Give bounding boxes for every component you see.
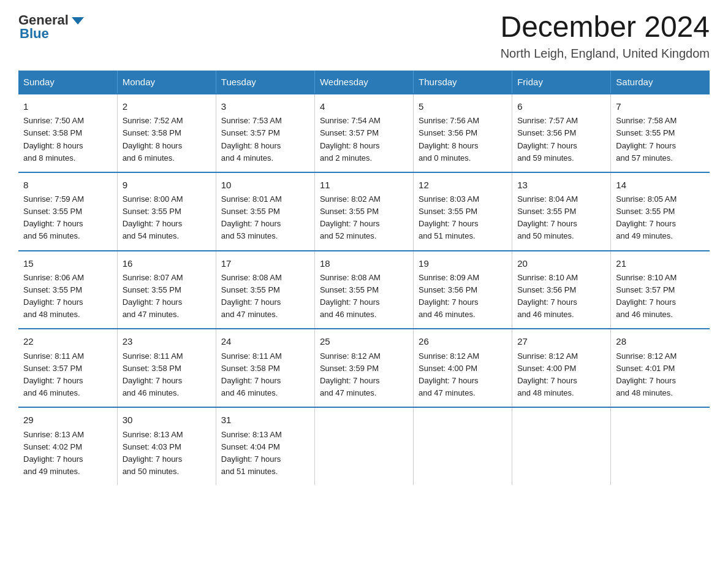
day-number: 24 — [221, 334, 309, 348]
cell-week5-day4 — [414, 407, 512, 485]
cell-week1-day0: 1Sunrise: 7:50 AMSunset: 3:58 PMDaylight… — [18, 94, 117, 172]
day-number: 27 — [517, 334, 605, 348]
cell-week2-day0: 8Sunrise: 7:59 AMSunset: 3:55 PMDaylight… — [18, 172, 117, 251]
day-info: Sunrise: 8:12 AMSunset: 3:59 PMDaylight:… — [320, 351, 381, 397]
day-info: Sunrise: 8:13 AMSunset: 4:02 PMDaylight:… — [23, 430, 84, 476]
month-year-title: December 2024 — [500, 12, 710, 42]
day-number: 22 — [23, 334, 112, 348]
cell-week2-day5: 13Sunrise: 8:04 AMSunset: 3:55 PMDayligh… — [512, 172, 611, 251]
cell-week3-day3: 18Sunrise: 8:08 AMSunset: 3:55 PMDayligh… — [314, 251, 413, 329]
cell-week4-day2: 24Sunrise: 8:11 AMSunset: 3:58 PMDayligh… — [216, 329, 314, 407]
day-info: Sunrise: 8:08 AMSunset: 3:55 PMDaylight:… — [221, 273, 282, 319]
day-number: 1 — [23, 99, 112, 113]
day-number: 14 — [616, 178, 705, 192]
week-row-3: 15Sunrise: 8:06 AMSunset: 3:55 PMDayligh… — [18, 251, 710, 329]
day-number: 6 — [517, 99, 605, 113]
day-info: Sunrise: 8:04 AMSunset: 3:55 PMDaylight:… — [517, 194, 578, 240]
cell-week3-day5: 20Sunrise: 8:10 AMSunset: 3:56 PMDayligh… — [512, 251, 611, 329]
day-info: Sunrise: 7:50 AMSunset: 3:58 PMDaylight:… — [23, 116, 84, 162]
day-info: Sunrise: 7:57 AMSunset: 3:56 PMDaylight:… — [517, 116, 578, 162]
day-info: Sunrise: 8:06 AMSunset: 3:55 PMDaylight:… — [23, 273, 84, 319]
day-info: Sunrise: 7:54 AMSunset: 3:57 PMDaylight:… — [320, 116, 381, 162]
cell-week1-day1: 2Sunrise: 7:52 AMSunset: 3:58 PMDaylight… — [117, 94, 216, 172]
day-info: Sunrise: 8:10 AMSunset: 3:57 PMDaylight:… — [616, 273, 677, 319]
header-saturday: Saturday — [611, 71, 710, 94]
calendar-table: SundayMondayTuesdayWednesdayThursdayFrid… — [18, 71, 710, 485]
cell-week4-day3: 25Sunrise: 8:12 AMSunset: 3:59 PMDayligh… — [314, 329, 413, 407]
cell-week3-day1: 16Sunrise: 8:07 AMSunset: 3:55 PMDayligh… — [117, 251, 216, 329]
day-info: Sunrise: 8:01 AMSunset: 3:55 PMDaylight:… — [221, 194, 282, 240]
cell-week2-day6: 14Sunrise: 8:05 AMSunset: 3:55 PMDayligh… — [611, 172, 710, 251]
day-number: 28 — [616, 334, 705, 348]
day-number: 2 — [123, 99, 211, 113]
day-number: 17 — [221, 256, 309, 270]
day-info: Sunrise: 7:58 AMSunset: 3:55 PMDaylight:… — [616, 116, 677, 162]
day-info: Sunrise: 8:12 AMSunset: 4:01 PMDaylight:… — [616, 351, 677, 397]
day-info: Sunrise: 8:00 AMSunset: 3:55 PMDaylight:… — [123, 194, 183, 240]
day-info: Sunrise: 8:07 AMSunset: 3:55 PMDaylight:… — [123, 273, 183, 319]
cell-week5-day3 — [314, 407, 413, 485]
day-number: 10 — [221, 178, 309, 192]
day-number: 19 — [419, 256, 507, 270]
day-number: 11 — [320, 178, 408, 192]
day-number: 21 — [616, 256, 705, 270]
cell-week3-day0: 15Sunrise: 8:06 AMSunset: 3:55 PMDayligh… — [18, 251, 117, 329]
cell-week3-day2: 17Sunrise: 8:08 AMSunset: 3:55 PMDayligh… — [216, 251, 314, 329]
cell-week3-day4: 19Sunrise: 8:09 AMSunset: 3:56 PMDayligh… — [414, 251, 512, 329]
day-info: Sunrise: 7:52 AMSunset: 3:58 PMDaylight:… — [123, 116, 183, 162]
cell-week4-day6: 28Sunrise: 8:12 AMSunset: 4:01 PMDayligh… — [611, 329, 710, 407]
cell-week5-day0: 29Sunrise: 8:13 AMSunset: 4:02 PMDayligh… — [18, 407, 117, 485]
day-info: Sunrise: 7:53 AMSunset: 3:57 PMDaylight:… — [221, 116, 282, 162]
day-number: 23 — [123, 334, 211, 348]
day-number: 9 — [123, 178, 211, 192]
logo-arrow-icon — [72, 17, 84, 25]
day-info: Sunrise: 8:11 AMSunset: 3:57 PMDaylight:… — [23, 351, 84, 397]
day-number: 15 — [23, 256, 112, 270]
day-number: 30 — [123, 413, 211, 427]
header-thursday: Thursday — [414, 71, 512, 94]
cell-week1-day6: 7Sunrise: 7:58 AMSunset: 3:55 PMDaylight… — [611, 94, 710, 172]
day-info: Sunrise: 7:56 AMSunset: 3:56 PMDaylight:… — [419, 116, 479, 162]
day-info: Sunrise: 8:12 AMSunset: 4:00 PMDaylight:… — [517, 351, 578, 397]
day-info: Sunrise: 8:11 AMSunset: 3:58 PMDaylight:… — [221, 351, 282, 397]
day-info: Sunrise: 8:08 AMSunset: 3:55 PMDaylight:… — [320, 273, 381, 319]
day-info: Sunrise: 8:03 AMSunset: 3:55 PMDaylight:… — [419, 194, 479, 240]
cell-week3-day6: 21Sunrise: 8:10 AMSunset: 3:57 PMDayligh… — [611, 251, 710, 329]
cell-week5-day6 — [611, 407, 710, 485]
day-number: 31 — [221, 413, 309, 427]
day-info: Sunrise: 8:05 AMSunset: 3:55 PMDaylight:… — [616, 194, 677, 240]
title-block: December 2024 North Leigh, England, Unit… — [500, 12, 710, 61]
header-friday: Friday — [512, 71, 611, 94]
day-number: 26 — [419, 334, 507, 348]
day-number: 4 — [320, 99, 408, 113]
day-number: 16 — [123, 256, 211, 270]
weekday-header-row: SundayMondayTuesdayWednesdayThursdayFrid… — [18, 71, 710, 94]
cell-week4-day4: 26Sunrise: 8:12 AMSunset: 4:00 PMDayligh… — [414, 329, 512, 407]
header-monday: Monday — [117, 71, 216, 94]
cell-week4-day0: 22Sunrise: 8:11 AMSunset: 3:57 PMDayligh… — [18, 329, 117, 407]
day-info: Sunrise: 8:11 AMSunset: 3:58 PMDaylight:… — [123, 351, 183, 397]
day-info: Sunrise: 8:13 AMSunset: 4:03 PMDaylight:… — [123, 430, 183, 476]
day-info: Sunrise: 8:10 AMSunset: 3:56 PMDaylight:… — [517, 273, 578, 319]
header-sunday: Sunday — [18, 71, 117, 94]
header-tuesday: Tuesday — [216, 71, 314, 94]
day-number: 29 — [23, 413, 112, 427]
day-info: Sunrise: 8:02 AMSunset: 3:55 PMDaylight:… — [320, 194, 381, 240]
cell-week2-day2: 10Sunrise: 8:01 AMSunset: 3:55 PMDayligh… — [216, 172, 314, 251]
week-row-1: 1Sunrise: 7:50 AMSunset: 3:58 PMDaylight… — [18, 94, 710, 172]
cell-week2-day1: 9Sunrise: 8:00 AMSunset: 3:55 PMDaylight… — [117, 172, 216, 251]
day-number: 18 — [320, 256, 408, 270]
day-number: 7 — [616, 99, 705, 113]
day-number: 20 — [517, 256, 605, 270]
day-number: 25 — [320, 334, 408, 348]
cell-week4-day1: 23Sunrise: 8:11 AMSunset: 3:58 PMDayligh… — [117, 329, 216, 407]
day-info: Sunrise: 8:12 AMSunset: 4:00 PMDaylight:… — [419, 351, 479, 397]
cell-week1-day2: 3Sunrise: 7:53 AMSunset: 3:57 PMDaylight… — [216, 94, 314, 172]
day-number: 3 — [221, 99, 309, 113]
day-number: 13 — [517, 178, 605, 192]
header-wednesday: Wednesday — [314, 71, 413, 94]
cell-week1-day5: 6Sunrise: 7:57 AMSunset: 3:56 PMDaylight… — [512, 94, 611, 172]
week-row-5: 29Sunrise: 8:13 AMSunset: 4:02 PMDayligh… — [18, 407, 710, 485]
logo-blue-text: Blue — [20, 26, 49, 42]
page-header: General Blue December 2024 North Leigh, … — [18, 12, 710, 61]
